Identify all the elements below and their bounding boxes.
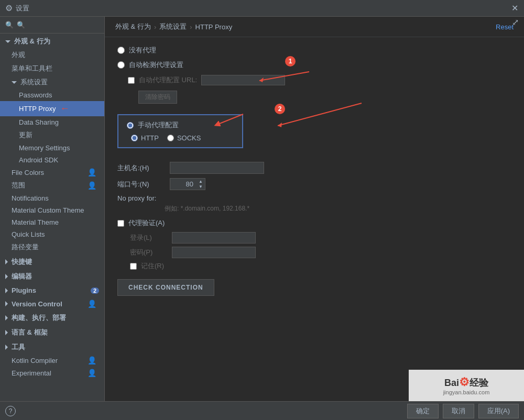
sidebar-item-tools[interactable]: 工具 xyxy=(0,339,104,354)
auto-detect-radio[interactable] xyxy=(117,61,125,69)
annotation-circle-1: 1 xyxy=(285,56,296,67)
kotlin-badge: 👤 xyxy=(85,356,99,364)
sidebar-item-editor[interactable]: 编辑器 xyxy=(0,269,104,283)
password-label: 密码(P) xyxy=(130,248,167,257)
sidebar-item-material-custom-theme[interactable]: Material Custom Theme xyxy=(0,204,104,216)
login-label: 登录(L) xyxy=(130,233,167,242)
sidebar-item-quick-lists[interactable]: Quick Lists xyxy=(0,228,104,240)
annotation-1: 1 xyxy=(285,56,296,67)
title-bar: ⚙ 设置 ✕ xyxy=(0,0,524,17)
port-increment-button[interactable]: ▲ xyxy=(198,179,204,184)
bottom-bar: ? 确定 取消 应用(A) xyxy=(0,401,524,420)
sidebar-item-android-sdk[interactable]: Android SDK xyxy=(0,154,104,166)
clear-password-button[interactable]: 清除密码 xyxy=(138,91,177,104)
apply-button[interactable]: 应用(A) xyxy=(478,404,519,418)
password-input[interactable] xyxy=(172,247,256,258)
http-protocol-option: HTTP xyxy=(131,134,159,142)
file-colors-badge: 👤 xyxy=(85,168,99,176)
sidebar-item-memory-settings[interactable]: Memory Settings xyxy=(0,142,104,154)
manual-proxy-title-row: 手动代理配置 xyxy=(127,120,234,130)
auto-config-row: 自动代理配置 URL: xyxy=(117,75,511,85)
sidebar-item-plugins[interactable]: Plugins 2 xyxy=(0,283,104,296)
breadcrumb-part1: 外观 & 行为 xyxy=(115,22,151,31)
sidebar-item-notifications[interactable]: Notifications xyxy=(0,192,104,204)
expand-triangle-sys xyxy=(12,81,17,84)
sidebar-item-menu-toolbar[interactable]: 菜单和工具栏 xyxy=(0,62,104,75)
search-input[interactable] xyxy=(17,21,99,29)
expand-triangle-sc xyxy=(5,259,8,264)
sidebar: 🔍 外观 & 行为 外观 菜单和工具栏 系统设置 Passwords HTTP … xyxy=(0,17,105,401)
socks-protocol-option: SOCKS xyxy=(167,134,201,142)
no-proxy-radio[interactable] xyxy=(117,47,125,54)
sidebar-item-appearance[interactable]: 外观 xyxy=(0,48,104,62)
breadcrumb-part2: 系统设置 xyxy=(159,22,187,31)
manual-proxy-box: 手动代理配置 HTTP SOCKS xyxy=(117,114,243,148)
sidebar-item-lang[interactable]: 语言 & 框架 xyxy=(0,325,104,339)
no-proxy-hint: 例如: *.domain.com, 192.168.* xyxy=(117,204,511,213)
port-row: 端口号:(N) ▲ ▼ xyxy=(117,178,511,190)
sidebar-item-data-sharing[interactable]: Data Sharing xyxy=(0,116,104,128)
main-layout: 🔍 外观 & 行为 外观 菜单和工具栏 系统设置 Passwords HTTP … xyxy=(0,17,524,401)
sidebar-item-system-settings[interactable]: 系统设置 xyxy=(0,75,104,89)
hostname-label: 主机名:(H) xyxy=(117,163,165,173)
scope-badge: 👤 xyxy=(85,181,99,190)
vc-badge: 👤 xyxy=(85,300,99,308)
sidebar-item-passwords[interactable]: Passwords xyxy=(0,89,104,101)
sidebar-item-material-theme[interactable]: Material Theme xyxy=(0,216,104,228)
sidebar-item-version-control[interactable]: Version Control 👤 xyxy=(0,296,104,310)
action-buttons: 确定 取消 应用(A) xyxy=(407,404,519,418)
reset-button[interactable]: Reset xyxy=(496,23,514,31)
port-decrement-button[interactable]: ▼ xyxy=(198,184,204,190)
sidebar-item-file-colors[interactable]: File Colors 👤 xyxy=(0,166,104,179)
hostname-row: 主机名:(H) xyxy=(117,162,511,174)
no-proxy-option: 没有代理 xyxy=(117,46,511,55)
content-area: 外观 & 行为 › 系统设置 › HTTP Proxy Reset 没有代理 自… xyxy=(105,17,524,401)
manual-proxy-radio[interactable] xyxy=(127,122,134,129)
auto-config-url-input[interactable] xyxy=(201,75,285,85)
proxy-auth-checkbox[interactable] xyxy=(117,220,124,227)
proxy-auth-label: 代理验证(A) xyxy=(128,218,165,228)
hostname-input[interactable] xyxy=(170,162,264,174)
sidebar-item-path-var[interactable]: 路径变量 xyxy=(0,240,104,254)
expand-triangle xyxy=(5,40,10,43)
port-input[interactable] xyxy=(170,179,196,190)
socks-protocol-radio[interactable] xyxy=(167,135,174,141)
sidebar-item-scope[interactable]: 范围 👤 xyxy=(0,179,104,192)
remember-checkbox[interactable] xyxy=(130,263,137,270)
help-icon[interactable]: ? xyxy=(5,406,16,416)
socks-protocol-label: SOCKS xyxy=(177,134,201,142)
sidebar-item-build[interactable]: 构建、执行、部署 xyxy=(0,310,104,325)
login-field-row: 登录(L) xyxy=(117,232,511,244)
settings-panel: 没有代理 自动检测代理设置 1 自动代理配置 URL: 清除密码 xyxy=(105,37,524,304)
close-button[interactable]: ✕ xyxy=(510,4,519,13)
auto-detect-label: 自动检测代理设置 xyxy=(129,60,183,70)
auto-config-label: 自动代理配置 URL: xyxy=(139,75,197,85)
port-input-wrapper: ▲ ▼ xyxy=(170,178,205,190)
login-input[interactable] xyxy=(172,232,256,244)
sidebar-item-http-proxy[interactable]: HTTP Proxy ← xyxy=(0,101,104,116)
expand-icon[interactable]: ⤢ xyxy=(512,17,519,27)
auto-config-checkbox[interactable] xyxy=(128,77,135,84)
port-label: 端口号:(N) xyxy=(117,180,165,189)
remember-label: 记住(R) xyxy=(141,261,164,271)
confirm-button[interactable]: 确定 xyxy=(407,404,439,418)
sidebar-item-updates[interactable]: 更新 xyxy=(0,128,104,142)
breadcrumb-sep1: › xyxy=(154,23,156,31)
http-protocol-label: HTTP xyxy=(141,134,159,142)
breadcrumb-part3: HTTP Proxy xyxy=(195,23,233,31)
cancel-button[interactable]: 取消 xyxy=(443,404,474,418)
protocol-row: HTTP SOCKS xyxy=(127,134,234,142)
check-connection-button[interactable]: CHECK CONNECTION xyxy=(117,279,214,296)
sidebar-item-kotlin-compiler[interactable]: Kotlin Compiler 👤 xyxy=(0,354,104,367)
sidebar-item-appearance-parent[interactable]: 外观 & 行为 xyxy=(0,34,104,48)
sidebar-item-experimental[interactable]: Experimental 👤 xyxy=(0,367,104,379)
no-proxy-label: 没有代理 xyxy=(129,46,156,55)
watermark: Bai⚙经验 jingyan.baidu.com xyxy=(409,370,524,401)
remember-row: 记住(R) xyxy=(117,261,511,271)
manual-proxy-label: 手动代理配置 xyxy=(138,120,179,130)
sidebar-item-shortcuts[interactable]: 快捷键 xyxy=(0,254,104,269)
password-field-row: 密码(P) xyxy=(117,247,511,258)
http-protocol-radio[interactable] xyxy=(131,135,138,141)
search-icon: 🔍 xyxy=(5,21,14,29)
proxy-auth-row: 代理验证(A) xyxy=(117,218,511,228)
